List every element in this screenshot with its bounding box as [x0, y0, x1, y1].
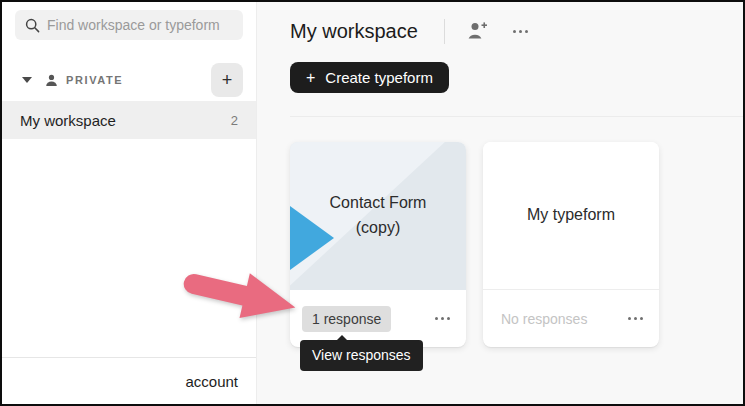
ellipsis-icon	[435, 317, 450, 320]
typeform-card-grid: Contact Form (copy) 1 response View resp…	[290, 142, 743, 347]
plus-icon: +	[306, 69, 315, 87]
create-typeform-label: Create typeform	[325, 69, 433, 86]
account-link[interactable]: account	[185, 373, 238, 390]
sidebar-item-label: My workspace	[20, 112, 116, 129]
page-title: My workspace	[290, 20, 418, 43]
sidebar-footer: account	[2, 357, 256, 404]
person-add-icon	[466, 21, 489, 41]
header-divider	[444, 19, 445, 44]
card-title: Contact Form (copy)	[317, 191, 439, 241]
card-menu-button[interactable]	[435, 317, 450, 320]
typeform-card-contact-form[interactable]: Contact Form (copy) 1 response View resp…	[290, 142, 466, 347]
workspace-search[interactable]	[15, 10, 243, 40]
responses-label: No responses	[495, 311, 587, 327]
card-thumbnail: My typeform	[483, 142, 659, 290]
section-divider	[290, 116, 743, 117]
app-window: PRIVATE + My workspace 2 account My work…	[0, 0, 745, 406]
card-thumbnail: Contact Form (copy)	[290, 142, 466, 290]
sidebar-item-my-workspace[interactable]: My workspace 2	[2, 101, 256, 139]
sidebar-spacer	[2, 139, 256, 357]
create-typeform-button[interactable]: + Create typeform	[290, 62, 449, 93]
view-responses-tooltip: View responses	[300, 340, 423, 371]
private-section-header: PRIVATE +	[2, 62, 256, 98]
ellipsis-icon	[513, 30, 528, 33]
chevron-down-icon[interactable]	[22, 77, 32, 83]
search-icon	[25, 18, 40, 33]
main-area: My workspace + Create typeform	[257, 2, 743, 404]
add-workspace-button[interactable]: +	[211, 63, 243, 97]
sidebar-item-count: 2	[231, 113, 238, 128]
search-input[interactable]	[47, 17, 233, 33]
person-icon	[45, 74, 58, 87]
card-title: My typeform	[510, 203, 632, 228]
responses-badge[interactable]: 1 response	[302, 306, 391, 332]
typeform-card-my-typeform[interactable]: My typeform No responses	[483, 142, 659, 347]
card-footer: No responses	[483, 290, 659, 347]
card-menu-button[interactable]	[628, 317, 643, 320]
ellipsis-icon	[628, 317, 643, 320]
workspace-header: My workspace	[290, 17, 743, 45]
invite-members-button[interactable]	[466, 21, 489, 41]
sidebar: PRIVATE + My workspace 2 account	[2, 2, 257, 404]
card-footer: 1 response	[290, 290, 466, 347]
private-section-label: PRIVATE	[66, 74, 123, 86]
workspace-menu-button[interactable]	[513, 30, 528, 33]
